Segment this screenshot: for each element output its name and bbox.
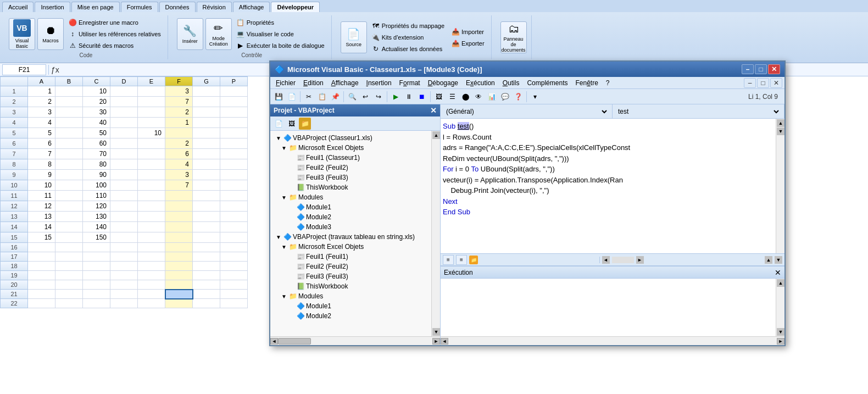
cell[interactable] <box>220 271 248 280</box>
tb-stop[interactable]: ⏹ <box>416 91 428 103</box>
col-header-b[interactable]: B <box>55 77 83 86</box>
cell[interactable] <box>193 107 220 118</box>
cell[interactable]: 30 <box>83 107 110 118</box>
cell[interactable] <box>165 271 193 280</box>
cell[interactable] <box>165 299 193 308</box>
tab-donnees[interactable]: Données <box>159 2 196 12</box>
cell[interactable] <box>83 252 110 262</box>
cell[interactable] <box>193 138 220 149</box>
cell[interactable]: 12 <box>28 201 55 212</box>
cell[interactable] <box>193 149 220 159</box>
vba-close2[interactable]: ✕ <box>770 78 782 88</box>
cell[interactable] <box>55 107 83 118</box>
code-dropdown-left[interactable]: (Général) <box>441 104 613 118</box>
cell[interactable] <box>165 280 193 290</box>
proprietes-mappage-button[interactable]: 🗺 Propriétés du mappage <box>369 20 447 31</box>
tb-breakpoint[interactable]: ⬤ <box>459 91 471 103</box>
menu-fichier[interactable]: Fichier <box>272 78 299 88</box>
cell[interactable] <box>138 299 165 308</box>
tree-item-feuil3-c1[interactable]: 📰 Feuil3 (Feuil3) <box>272 173 429 182</box>
code-scroll-down[interactable]: ▼ <box>777 127 784 135</box>
fx-label[interactable]: ƒx <box>51 65 59 74</box>
tree-item-module2-c1[interactable]: 🔷 Module2 <box>272 212 429 222</box>
cell[interactable] <box>28 271 55 280</box>
proprietes-button[interactable]: 📋 Propriétés <box>234 17 327 28</box>
tree-item-feuil1-t[interactable]: 📰 Feuil1 (Feuil1) <box>272 252 429 262</box>
menu-outils[interactable]: Outils <box>499 78 523 88</box>
tb-copy[interactable]: 📋 <box>316 91 328 103</box>
cell[interactable]: 130 <box>83 212 110 222</box>
tree-item-module3-c1[interactable]: 🔷 Module3 <box>272 222 429 232</box>
cell[interactable] <box>55 262 83 271</box>
cell[interactable] <box>193 180 220 191</box>
cell[interactable]: 9 <box>28 170 55 180</box>
tree-item-feuil2-t[interactable]: 📰 Feuil2 (Feuil2) <box>272 262 429 271</box>
menu-format[interactable]: Format <box>396 78 424 88</box>
hscroll-right[interactable]: ► <box>432 338 440 345</box>
cell[interactable] <box>220 170 248 180</box>
cell[interactable] <box>193 222 220 232</box>
cell[interactable] <box>165 232 193 243</box>
exec-scroll-up[interactable]: ▲ <box>777 279 784 287</box>
cell[interactable] <box>193 280 220 290</box>
cell[interactable]: 10 <box>138 128 165 138</box>
tree-item-vbaproject2[interactable]: ▼ 🔷 VBAProject (travaux tableau en strin… <box>272 232 429 242</box>
cell[interactable] <box>220 212 248 222</box>
cell[interactable] <box>165 243 193 252</box>
tb-run[interactable]: ▶ <box>390 91 402 103</box>
tree-item-vbaproject1[interactable]: ▼ 🔷 VBAProject (Classeur1.xls) <box>272 133 429 143</box>
cell[interactable]: 10 <box>83 86 110 97</box>
cell[interactable] <box>110 232 138 243</box>
cell[interactable] <box>28 280 55 290</box>
panneau-button[interactable]: 🗂 Panneau dedocuments <box>500 21 527 53</box>
cell[interactable] <box>110 280 138 290</box>
cell[interactable] <box>220 201 248 212</box>
cell[interactable] <box>193 170 220 180</box>
cell[interactable] <box>83 271 110 280</box>
tb-paste[interactable]: 📌 <box>329 91 341 103</box>
cell[interactable] <box>220 138 248 149</box>
cell[interactable] <box>165 191 193 201</box>
cell[interactable] <box>110 201 138 212</box>
references-button[interactable]: ↕ Utiliser les références relatives <box>66 29 163 40</box>
hscroll-thumb[interactable] <box>278 338 311 345</box>
tree-item-feuil2-c1[interactable]: 📰 Feuil2 (Feuil2) <box>272 163 429 173</box>
cell[interactable] <box>110 222 138 232</box>
minimize-button[interactable]: – <box>742 64 754 74</box>
tab-revision[interactable]: Révision <box>197 2 232 12</box>
cell[interactable] <box>55 290 83 299</box>
menu-affichage[interactable]: Affichage <box>328 78 362 88</box>
col-header-c[interactable]: C <box>83 77 110 86</box>
cell[interactable] <box>138 149 165 159</box>
cell[interactable] <box>165 222 193 232</box>
cell[interactable] <box>193 299 220 308</box>
cell[interactable] <box>220 97 248 107</box>
lower-vscroll-up[interactable]: ▲ <box>765 256 772 264</box>
cell[interactable] <box>110 252 138 262</box>
cell[interactable] <box>220 191 248 201</box>
cell[interactable] <box>220 299 248 308</box>
cell[interactable] <box>193 271 220 280</box>
mode-creation-button[interactable]: ✏ ModeCréation <box>205 18 232 50</box>
tab-insertion[interactable]: Insertion <box>35 2 70 12</box>
cell[interactable] <box>220 222 248 232</box>
cell[interactable] <box>55 128 83 138</box>
scroll-up[interactable]: ▲ <box>432 131 440 139</box>
tab-mise-en-page[interactable]: Mise en page <box>71 2 120 12</box>
pp-view-form[interactable]: 🖼 <box>286 118 298 130</box>
cell[interactable] <box>138 97 165 107</box>
cell[interactable]: 2 <box>28 97 55 107</box>
menu-fenetre[interactable]: Fenêtre <box>572 78 601 88</box>
tb-undo[interactable]: ↩ <box>359 91 371 103</box>
col-header-d[interactable]: D <box>110 77 138 86</box>
cell[interactable] <box>110 149 138 159</box>
cell[interactable] <box>83 243 110 252</box>
tb-dropdown[interactable]: ▾ <box>529 91 541 103</box>
col-header-e[interactable]: E <box>138 77 165 86</box>
tb-userform[interactable]: 🖼 <box>433 91 445 103</box>
col-header-p[interactable]: P <box>220 77 248 86</box>
cell[interactable] <box>138 222 165 232</box>
scroll-down[interactable]: ▼ <box>432 328 440 336</box>
cell[interactable]: 6 <box>28 138 55 149</box>
proc-select[interactable]: test <box>616 107 781 116</box>
